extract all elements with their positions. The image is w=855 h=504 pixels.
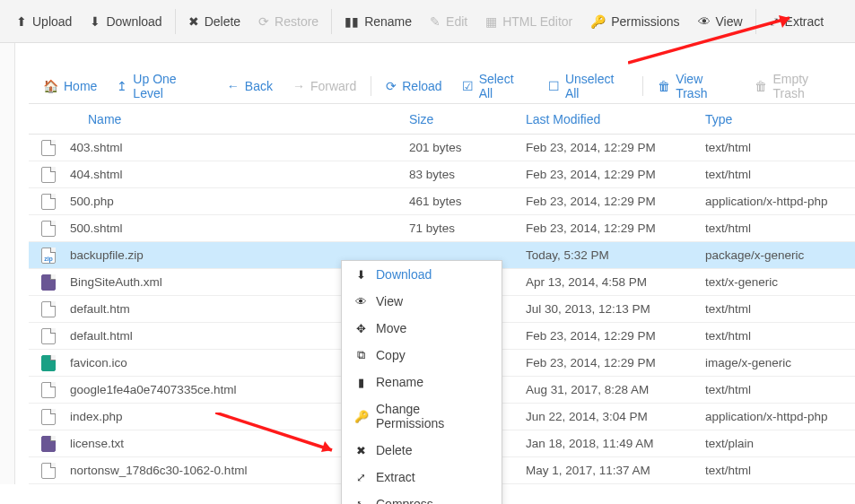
file-modified: Apr 13, 2014, 4:58 PM (526, 275, 705, 289)
up-one-level-label: Up One Level (133, 72, 206, 100)
unselect-all-label: Unselect All (565, 72, 628, 100)
file-type: text/html (705, 168, 855, 181)
up-icon: ↥ (117, 79, 127, 93)
file-type-icon (41, 301, 56, 317)
file-type: text/html (705, 222, 855, 235)
file-type: application/x-httpd-php (705, 195, 855, 208)
view-label: View (716, 14, 743, 29)
ctx-extract[interactable]: ⤢Extract (342, 464, 502, 491)
file-type-icon (41, 167, 56, 183)
html-editor-button: ▦HTML Editor (476, 0, 581, 42)
ctx-copy[interactable]: ⧉Copy (342, 342, 502, 369)
file-type: text/html (705, 302, 855, 316)
restore-button: ⟳Restore (249, 0, 327, 42)
separator (642, 76, 643, 96)
restore-icon: ⟳ (258, 14, 269, 29)
file-name: license.txt (70, 437, 124, 450)
view-trash-label: View Trash (676, 72, 735, 100)
file-name: index.php (70, 410, 123, 423)
file-modified: Today, 5:32 PM (526, 248, 705, 262)
eye-icon: 👁 (354, 295, 367, 308)
empty-trash-button: 🗑Empty Trash (746, 68, 850, 103)
file-type-icon (41, 328, 56, 344)
edit-label: Edit (446, 14, 467, 29)
back-button[interactable]: ←Back (218, 68, 282, 103)
ctx-delete-label: Delete (376, 443, 412, 457)
download-button[interactable]: ⬇Download (81, 0, 170, 42)
forward-icon: → (292, 79, 305, 93)
file-type-icon (41, 436, 56, 452)
file-type-icon (41, 221, 56, 237)
ctx-rename[interactable]: ▮Rename (342, 369, 502, 395)
ctx-view[interactable]: 👁View (342, 288, 502, 315)
col-type[interactable]: Type (705, 112, 855, 126)
context-menu: ⬇Download 👁View ✥Move ⧉Copy ▮Rename 🔑Cha… (341, 260, 502, 504)
table-row[interactable]: 500.php461 bytesFeb 23, 2014, 12:29 PMap… (29, 188, 855, 215)
table-row[interactable]: 500.shtml71 bytesFeb 23, 2014, 12:29 PMt… (29, 215, 855, 242)
select-all-button[interactable]: ☑Select All (453, 68, 537, 103)
permissions-button[interactable]: 🔑Permissions (581, 0, 688, 42)
file-modified: Feb 23, 2014, 12:29 PM (526, 356, 705, 369)
file-name: 403.shtml (70, 141, 123, 154)
file-type: text/plain (705, 437, 855, 450)
file-type-icon (41, 194, 56, 210)
ctx-download-label: Download (376, 267, 432, 282)
ctx-view-label: View (376, 294, 403, 308)
ctx-extract-label: Extract (376, 470, 415, 484)
delete-icon: ✖ (188, 14, 199, 29)
table-row[interactable]: 403.shtml201 bytesFeb 23, 2014, 12:29 PM… (29, 135, 855, 161)
file-modified: Jul 30, 2013, 12:13 PM (526, 302, 705, 316)
extract-button[interactable]: ⤢Extract (760, 0, 833, 42)
home-icon: 🏠 (43, 79, 58, 93)
home-label: Home (64, 79, 97, 93)
rename-button[interactable]: ▮▮Rename (336, 0, 421, 42)
file-type: text/html (705, 464, 855, 477)
rename-icon: ▮▮ (345, 14, 359, 29)
html-editor-label: HTML Editor (502, 14, 572, 29)
reload-button[interactable]: ⟳Reload (377, 68, 450, 103)
file-type-icon (41, 409, 56, 425)
separator (331, 9, 332, 34)
trash-icon: 🗑 (658, 79, 670, 93)
edit-icon: ✎ (430, 14, 441, 29)
ctx-change-permissions[interactable]: 🔑Change Permissions (342, 395, 502, 437)
compress-icon: ⤡ (354, 498, 367, 505)
file-name: BingSiteAuth.xml (70, 275, 162, 289)
unselect-all-button[interactable]: ☐Unselect All (539, 68, 637, 103)
file-name: nortonsw_178d6c30-1062-0.html (70, 464, 247, 477)
view-button[interactable]: 👁View (689, 0, 752, 42)
view-trash-button[interactable]: 🗑View Trash (649, 68, 744, 103)
ctx-copy-label: Copy (376, 348, 406, 362)
extract-icon: ⤢ (354, 471, 367, 484)
restore-label: Restore (275, 14, 318, 29)
up-one-level-button[interactable]: ↥Up One Level (108, 68, 215, 103)
download-icon: ⬇ (90, 14, 100, 29)
file-type-icon (41, 274, 56, 291)
ctx-move[interactable]: ✥Move (342, 315, 502, 342)
home-button[interactable]: 🏠Home (34, 68, 106, 103)
file-name: google1fe4a0e7407335ce.html (70, 383, 236, 396)
separator (371, 76, 371, 96)
reload-icon: ⟳ (386, 79, 397, 93)
trash-icon: 🗑 (755, 79, 767, 93)
top-toolbar: ⬆Upload ⬇Download ✖Delete ⟳Restore ▮▮Ren… (0, 0, 855, 43)
select-all-icon: ☑ (462, 79, 474, 93)
col-name[interactable]: Name (68, 112, 409, 126)
extract-label: Extract (785, 14, 824, 29)
col-modified[interactable]: Last Modified (526, 112, 705, 126)
ctx-compress[interactable]: ⤡Compress (342, 491, 502, 504)
unselect-all-icon: ☐ (548, 79, 560, 93)
upload-button[interactable]: ⬆Upload (7, 0, 81, 42)
html-editor-icon: ▦ (485, 14, 497, 29)
key-icon: 🔑 (590, 14, 606, 29)
table-row[interactable]: 404.shtml83 bytesFeb 23, 2014, 12:29 PMt… (29, 161, 855, 188)
file-type: application/x-httpd-php (705, 410, 855, 423)
move-icon: ✥ (354, 322, 367, 335)
ctx-download[interactable]: ⬇Download (342, 261, 502, 288)
file-grid-header: Name Size Last Modified Type (29, 104, 855, 135)
left-gutter (0, 43, 15, 484)
file-size: 461 bytes (409, 195, 526, 208)
delete-button[interactable]: ✖Delete (179, 0, 249, 42)
col-size[interactable]: Size (409, 112, 526, 126)
ctx-delete[interactable]: ✖Delete (342, 437, 502, 464)
